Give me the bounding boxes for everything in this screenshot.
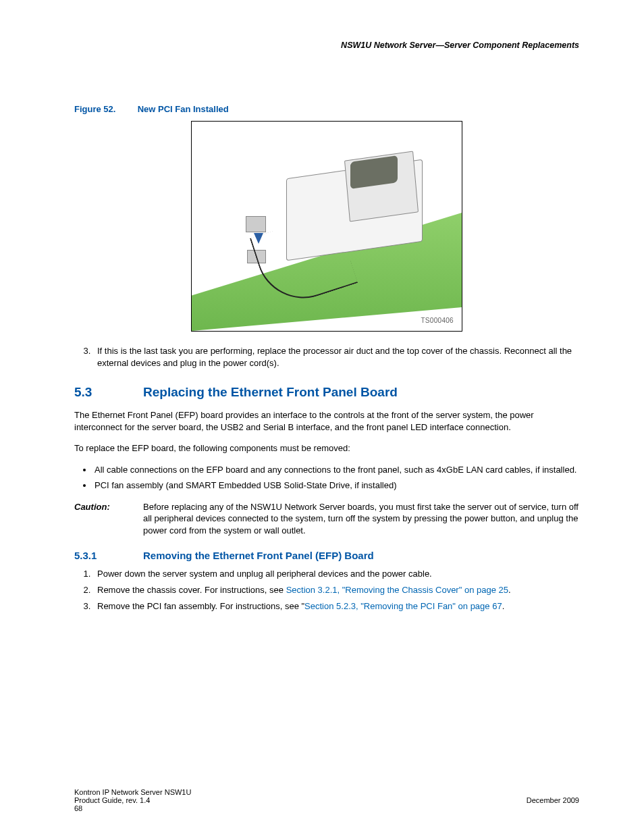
subsection-title: Removing the Ethernet Front Panel (EFP) …: [143, 550, 374, 561]
figure-caption: Figure 52. New PCI Fan Installed: [74, 104, 579, 114]
step-3-text-a: Remove the PCI fan assembly. For instruc…: [97, 601, 304, 611]
footer-revision: Product Guide, rev. 1.4: [74, 796, 150, 804]
step-2-text-a: Remove the chassis cover. For instructio…: [97, 585, 286, 595]
subsection-number: 5.3.1: [74, 550, 143, 561]
figure-52-image: TS000406: [191, 121, 462, 332]
section-5-3-1-heading: 5.3.1 Removing the Ethernet Front Panel …: [74, 550, 579, 561]
footer-product: Kontron IP Network Server NSW1U: [74, 788, 191, 796]
list-item: PCI fan assembly (and SMART Embedded USB…: [93, 479, 579, 492]
step-3-text-b: .: [502, 601, 505, 611]
step-2: Remove the chassis cover. For instructio…: [93, 584, 579, 596]
section-5-3-intro-1: The Ethernet Front Panel (EFP) board pro…: [74, 409, 579, 433]
figure-title: New PCI Fan Installed: [138, 104, 229, 114]
caution-text: Before replacing any of the NSW1U Networ…: [143, 501, 579, 537]
step-3: If this is the last task you are perform…: [93, 345, 579, 369]
list-item: All cable connections on the EFP board a…: [93, 464, 579, 476]
caution-label: Caution:: [74, 501, 143, 537]
caution-block: Caution: Before replacing any of the NSW…: [74, 501, 579, 537]
xref-remove-pci-fan[interactable]: Section 5.2.3, "Removing the PCI Fan" on…: [304, 601, 502, 611]
figure-id-label: TS000406: [421, 317, 454, 324]
fan-connector-top: [246, 216, 266, 232]
step-2-text-b: .: [508, 585, 511, 595]
step-1: Power down the server system and unplug …: [93, 568, 579, 580]
footer-date: December 2009: [527, 796, 579, 804]
figure-number: Figure 52.: [74, 104, 135, 114]
section-number: 5.3: [74, 385, 143, 400]
procedure-continuation-list: If this is the last task you are perform…: [74, 345, 579, 369]
xref-remove-cover[interactable]: Section 3.2.1, "Removing the Chassis Cov…: [286, 585, 508, 595]
running-header: NSW1U Network Server—Server Component Re…: [74, 41, 579, 50]
section-5-3-intro-2: To replace the EFP board, the following …: [74, 442, 579, 454]
removal-steps-list: Power down the server system and unplug …: [74, 568, 579, 612]
page-footer: Kontron IP Network Server NSW1U Product …: [74, 788, 579, 812]
section-5-3-heading: 5.3 Replacing the Ethernet Front Panel B…: [74, 385, 579, 400]
footer-page-number: 68: [74, 804, 82, 812]
pci-fan-graphic: [239, 149, 421, 284]
removal-bullet-list: All cable connections on the EFP board a…: [74, 464, 579, 492]
section-title: Replacing the Ethernet Front Panel Board: [143, 385, 398, 400]
step-3b: Remove the PCI fan assembly. For instruc…: [93, 600, 579, 613]
